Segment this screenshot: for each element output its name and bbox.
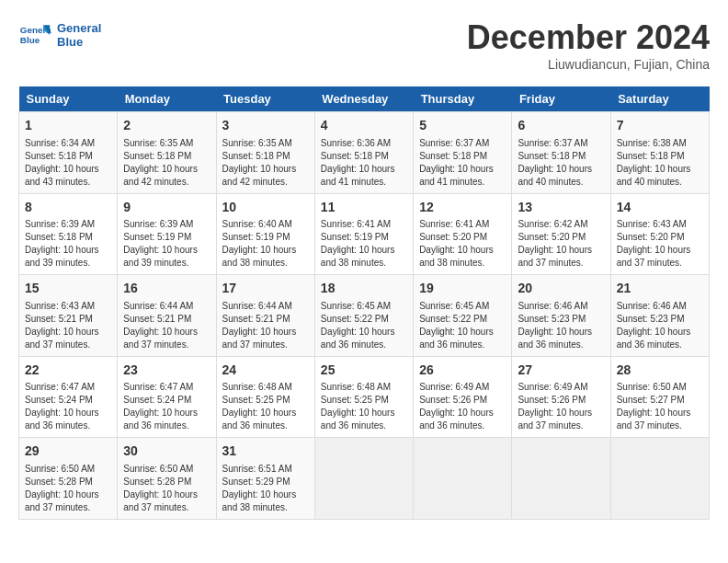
col-header-monday: Monday — [118, 86, 216, 112]
calendar-cell — [512, 438, 610, 520]
day-number: 12 — [419, 199, 506, 217]
calendar-cell: 24Sunrise: 6:48 AM Sunset: 5:25 PM Dayli… — [216, 356, 314, 438]
day-info: Sunrise: 6:50 AM Sunset: 5:28 PM Dayligh… — [123, 463, 210, 514]
day-number: 30 — [123, 442, 210, 461]
svg-text:Blue: Blue — [20, 35, 40, 45]
calendar-cell: 26Sunrise: 6:49 AM Sunset: 5:26 PM Dayli… — [414, 356, 512, 438]
calendar-cell: 14Sunrise: 6:43 AM Sunset: 5:20 PM Dayli… — [610, 193, 709, 275]
day-number: 2 — [123, 117, 210, 135]
calendar-cell — [314, 438, 413, 520]
calendar-cell: 16Sunrise: 6:44 AM Sunset: 5:21 PM Dayli… — [118, 275, 216, 357]
day-number: 10 — [222, 199, 309, 217]
day-info: Sunrise: 6:47 AM Sunset: 5:24 PM Dayligh… — [123, 381, 210, 432]
calendar-cell: 19Sunrise: 6:45 AM Sunset: 5:22 PM Dayli… — [414, 275, 512, 357]
day-info: Sunrise: 6:41 AM Sunset: 5:19 PM Dayligh… — [321, 218, 407, 270]
calendar-cell: 5Sunrise: 6:37 AM Sunset: 5:18 PM Daylig… — [414, 112, 512, 194]
day-info: Sunrise: 6:48 AM Sunset: 5:25 PM Dayligh… — [321, 381, 407, 432]
calendar-cell: 6Sunrise: 6:37 AM Sunset: 5:18 PM Daylig… — [512, 112, 610, 194]
calendar-cell: 13Sunrise: 6:42 AM Sunset: 5:20 PM Dayli… — [512, 193, 610, 275]
day-number: 29 — [25, 442, 111, 461]
day-info: Sunrise: 6:39 AM Sunset: 5:19 PM Dayligh… — [123, 218, 210, 270]
day-info: Sunrise: 6:49 AM Sunset: 5:26 PM Dayligh… — [419, 381, 506, 432]
calendar-cell: 1Sunrise: 6:34 AM Sunset: 5:18 PM Daylig… — [19, 112, 118, 194]
calendar-cell: 9Sunrise: 6:39 AM Sunset: 5:19 PM Daylig… — [118, 193, 216, 275]
col-header-friday: Friday — [512, 86, 610, 112]
day-number: 5 — [419, 117, 506, 135]
calendar-cell: 2Sunrise: 6:35 AM Sunset: 5:18 PM Daylig… — [118, 112, 216, 194]
calendar-cell: 23Sunrise: 6:47 AM Sunset: 5:24 PM Dayli… — [118, 356, 216, 438]
day-info: Sunrise: 6:45 AM Sunset: 5:22 PM Dayligh… — [419, 300, 506, 351]
calendar-cell: 22Sunrise: 6:47 AM Sunset: 5:24 PM Dayli… — [19, 356, 118, 438]
calendar-cell: 27Sunrise: 6:49 AM Sunset: 5:26 PM Dayli… — [512, 356, 610, 438]
day-info: Sunrise: 6:37 AM Sunset: 5:18 PM Dayligh… — [518, 137, 604, 189]
day-info: Sunrise: 6:35 AM Sunset: 5:18 PM Dayligh… — [123, 137, 210, 189]
day-number: 18 — [321, 280, 407, 298]
calendar-cell: 10Sunrise: 6:40 AM Sunset: 5:19 PM Dayli… — [216, 193, 314, 275]
calendar-cell: 8Sunrise: 6:39 AM Sunset: 5:18 PM Daylig… — [19, 193, 118, 275]
day-number: 8 — [25, 199, 111, 217]
day-number: 17 — [222, 280, 309, 298]
calendar-cell — [414, 438, 512, 520]
col-header-sunday: Sunday — [19, 86, 118, 112]
day-number: 3 — [222, 117, 309, 135]
day-number: 4 — [321, 117, 407, 135]
calendar-cell: 25Sunrise: 6:48 AM Sunset: 5:25 PM Dayli… — [314, 356, 413, 438]
day-info: Sunrise: 6:49 AM Sunset: 5:26 PM Dayligh… — [518, 381, 604, 432]
calendar-cell: 18Sunrise: 6:45 AM Sunset: 5:22 PM Dayli… — [314, 275, 413, 357]
page-header: General Blue General Blue December 2024 … — [18, 18, 710, 72]
calendar-week-4: 22Sunrise: 6:47 AM Sunset: 5:24 PM Dayli… — [19, 356, 710, 438]
day-number: 21 — [617, 280, 703, 298]
day-number: 23 — [123, 362, 210, 380]
col-header-thursday: Thursday — [414, 86, 512, 112]
calendar-cell: 17Sunrise: 6:44 AM Sunset: 5:21 PM Dayli… — [216, 275, 314, 357]
day-number: 13 — [518, 199, 604, 217]
day-number: 15 — [25, 280, 111, 298]
day-info: Sunrise: 6:46 AM Sunset: 5:23 PM Dayligh… — [518, 300, 604, 351]
calendar-cell: 12Sunrise: 6:41 AM Sunset: 5:20 PM Dayli… — [414, 193, 512, 275]
col-header-saturday: Saturday — [610, 86, 709, 112]
day-number: 20 — [518, 280, 604, 298]
logo-general: General — [57, 21, 101, 35]
day-number: 9 — [123, 199, 210, 217]
day-info: Sunrise: 6:40 AM Sunset: 5:19 PM Dayligh… — [222, 218, 309, 270]
day-info: Sunrise: 6:43 AM Sunset: 5:20 PM Dayligh… — [617, 218, 703, 270]
calendar-cell: 29Sunrise: 6:50 AM Sunset: 5:28 PM Dayli… — [19, 438, 118, 520]
month-title: December 2024 — [467, 18, 710, 57]
calendar-cell: 7Sunrise: 6:38 AM Sunset: 5:18 PM Daylig… — [610, 112, 709, 194]
calendar-week-5: 29Sunrise: 6:50 AM Sunset: 5:28 PM Dayli… — [19, 438, 710, 520]
day-number: 22 — [25, 362, 111, 380]
day-info: Sunrise: 6:39 AM Sunset: 5:18 PM Dayligh… — [25, 218, 111, 270]
location: Liuwudiancun, Fujian, China — [467, 57, 710, 72]
day-info: Sunrise: 6:43 AM Sunset: 5:21 PM Dayligh… — [25, 300, 111, 351]
calendar-cell: 20Sunrise: 6:46 AM Sunset: 5:23 PM Dayli… — [512, 275, 610, 357]
day-info: Sunrise: 6:44 AM Sunset: 5:21 PM Dayligh… — [222, 300, 309, 351]
calendar-cell: 30Sunrise: 6:50 AM Sunset: 5:28 PM Dayli… — [118, 438, 216, 520]
calendar-table: SundayMondayTuesdayWednesdayThursdayFrid… — [18, 86, 710, 520]
day-info: Sunrise: 6:42 AM Sunset: 5:20 PM Dayligh… — [518, 218, 604, 270]
calendar-cell: 3Sunrise: 6:35 AM Sunset: 5:18 PM Daylig… — [216, 112, 314, 194]
day-info: Sunrise: 6:47 AM Sunset: 5:24 PM Dayligh… — [25, 381, 111, 432]
day-number: 14 — [617, 199, 703, 217]
day-info: Sunrise: 6:34 AM Sunset: 5:18 PM Dayligh… — [25, 137, 111, 189]
day-info: Sunrise: 6:50 AM Sunset: 5:27 PM Dayligh… — [617, 381, 703, 432]
day-number: 11 — [321, 199, 407, 217]
calendar-cell: 15Sunrise: 6:43 AM Sunset: 5:21 PM Dayli… — [19, 275, 118, 357]
day-info: Sunrise: 6:50 AM Sunset: 5:28 PM Dayligh… — [25, 463, 111, 514]
logo: General Blue General Blue — [18, 18, 101, 52]
logo-icon: General Blue — [18, 18, 51, 52]
day-info: Sunrise: 6:46 AM Sunset: 5:23 PM Dayligh… — [617, 300, 703, 351]
day-info: Sunrise: 6:51 AM Sunset: 5:29 PM Dayligh… — [222, 463, 309, 514]
day-number: 7 — [617, 117, 703, 135]
day-number: 27 — [518, 362, 604, 380]
calendar-cell: 21Sunrise: 6:46 AM Sunset: 5:23 PM Dayli… — [610, 275, 709, 357]
day-number: 31 — [222, 442, 309, 461]
title-area: December 2024 Liuwudiancun, Fujian, Chin… — [467, 18, 710, 72]
calendar-header-row: SundayMondayTuesdayWednesdayThursdayFrid… — [19, 86, 710, 112]
day-info: Sunrise: 6:35 AM Sunset: 5:18 PM Dayligh… — [222, 137, 309, 189]
calendar-week-2: 8Sunrise: 6:39 AM Sunset: 5:18 PM Daylig… — [19, 193, 710, 275]
day-number: 25 — [321, 362, 407, 380]
day-number: 26 — [419, 362, 506, 380]
col-header-wednesday: Wednesday — [314, 86, 413, 112]
day-number: 19 — [419, 280, 506, 298]
day-number: 24 — [222, 362, 309, 380]
